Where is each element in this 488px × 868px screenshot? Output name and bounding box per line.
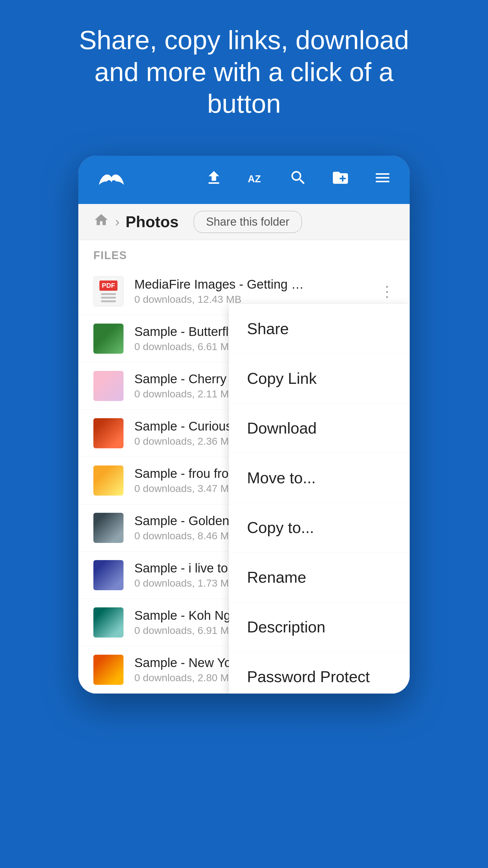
logo-icon (96, 171, 126, 189)
file-thumbnail (93, 655, 123, 685)
new-folder-icon[interactable] (331, 169, 349, 191)
file-thumbnail (93, 371, 123, 401)
upload-icon[interactable] (205, 169, 223, 191)
context-menu: Share Copy Link Download Move to... Copy… (229, 304, 410, 693)
file-thumbnail (93, 513, 123, 543)
file-thumbnail (93, 560, 123, 590)
file-info: MediaFire Images - Getting Started.pdf 0… (134, 277, 369, 305)
menu-item-rename[interactable]: Rename (229, 553, 410, 602)
file-meta: 0 downloads, 12.43 MB (134, 293, 369, 305)
file-name: MediaFire Images - Getting Started.pdf (134, 277, 309, 292)
menu-item-copy-link[interactable]: Copy Link (229, 354, 410, 403)
breadcrumb-folder: Photos (126, 213, 179, 231)
files-label: FILES (78, 240, 410, 268)
menu-item-move-to[interactable]: Move to... (229, 453, 410, 503)
search-icon[interactable] (289, 169, 307, 191)
svg-text:AZ: AZ (248, 174, 261, 184)
breadcrumb-chevron: › (115, 214, 120, 229)
menu-icon[interactable] (373, 169, 392, 191)
menu-item-copy-to[interactable]: Copy to... (229, 503, 410, 553)
share-folder-button[interactable]: Share this folder (194, 211, 302, 233)
hero-text: Share, copy links, download and more wit… (33, 24, 455, 120)
menu-item-password-protect[interactable]: Password Protect (229, 652, 410, 693)
hero-line2: and more with a click of a button (57, 56, 431, 120)
hero-line1: Share, copy links, download (57, 24, 431, 56)
menu-item-download[interactable]: Download (229, 403, 410, 453)
phone-mockup: AZ › Photos Share this folder FILES PDF (78, 156, 410, 693)
home-icon[interactable] (93, 212, 109, 231)
more-options-icon[interactable]: ⋮ (379, 283, 395, 300)
pdf-badge: PDF (99, 280, 118, 291)
nav-bar: AZ (78, 156, 410, 204)
menu-item-share[interactable]: Share (229, 304, 410, 354)
file-thumbnail (93, 465, 123, 496)
file-thumbnail (93, 608, 123, 638)
az-sort-icon[interactable]: AZ (247, 169, 265, 191)
files-section: FILES PDF MediaFire Images - Getting Sta… (78, 240, 410, 693)
breadcrumb-bar: › Photos Share this folder (78, 204, 410, 240)
menu-item-description[interactable]: Description (229, 602, 410, 652)
file-item: PDF MediaFire Images - Getting Started.p… (78, 268, 410, 315)
file-thumbnail (93, 418, 123, 448)
logo (96, 171, 126, 189)
file-thumbnail: PDF (93, 276, 123, 306)
file-thumbnail (93, 323, 123, 354)
